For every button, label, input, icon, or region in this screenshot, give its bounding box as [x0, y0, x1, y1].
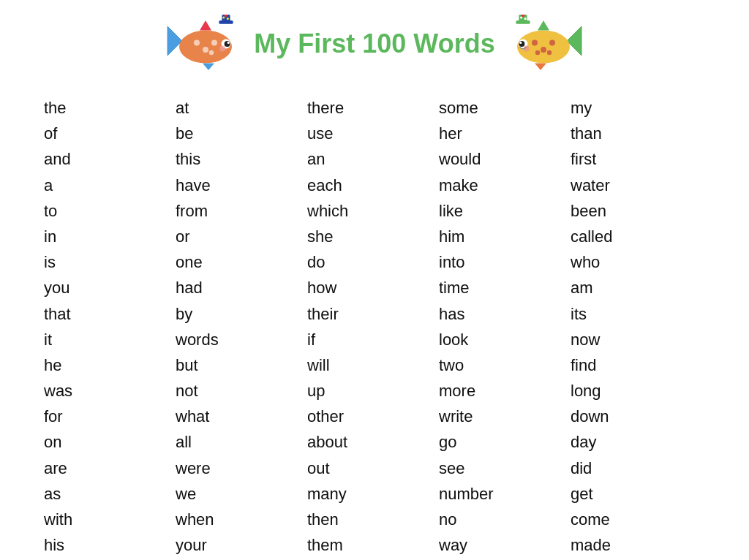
word-item: his — [44, 532, 176, 558]
word-item: all — [176, 429, 307, 455]
word-item: more — [439, 378, 571, 404]
word-item: long — [571, 378, 702, 404]
svg-marker-6 — [200, 20, 211, 31]
page-header: My First 100 Words — [29, 15, 720, 73]
word-item: then — [307, 507, 439, 532]
word-item: are — [44, 455, 176, 481]
svg-point-21 — [532, 39, 538, 45]
word-item: that — [44, 301, 176, 327]
word-item: he — [44, 352, 176, 378]
word-item: there — [307, 95, 439, 121]
word-item: its — [571, 301, 702, 327]
word-item: am — [571, 275, 702, 300]
word-item: day — [571, 429, 702, 455]
word-item: who — [571, 249, 702, 275]
word-item: has — [439, 301, 571, 327]
word-item: number — [439, 481, 571, 507]
svg-point-14 — [227, 18, 229, 20]
word-item: what — [176, 404, 307, 429]
svg-point-31 — [520, 16, 522, 18]
svg-point-22 — [535, 50, 540, 55]
word-item: write — [439, 404, 571, 429]
svg-point-19 — [549, 39, 555, 45]
svg-point-3 — [203, 47, 208, 53]
word-item: first — [571, 146, 702, 172]
word-item: see — [439, 455, 571, 481]
word-column-3: thereuseaneachwhichshedohowtheirifwillup… — [307, 95, 439, 560]
word-item: did — [571, 455, 702, 481]
word-item: other — [307, 404, 439, 429]
word-item: you — [44, 275, 176, 300]
word-column-1: theofandatoinisyouthatithewasforonareasw… — [44, 95, 176, 560]
word-item: when — [176, 507, 307, 532]
word-item: use — [307, 121, 439, 146]
svg-marker-15 — [203, 63, 214, 70]
word-item: for — [44, 404, 176, 429]
word-item: at — [176, 95, 307, 121]
word-item: the — [44, 95, 176, 121]
word-item: get — [571, 481, 702, 507]
word-item: called — [571, 224, 702, 249]
word-item: her — [439, 121, 571, 146]
word-item: was — [44, 378, 176, 404]
fish-right-decoration — [510, 15, 583, 73]
svg-point-4 — [211, 39, 217, 45]
word-item: time — [439, 275, 571, 300]
word-item: into — [439, 249, 571, 275]
svg-point-13 — [222, 16, 225, 18]
word-item: look — [439, 327, 571, 352]
word-item: words — [176, 327, 307, 352]
word-item: up — [307, 378, 439, 404]
word-column-5: mythanfirstwaterbeencalledwhoamitsnowfin… — [571, 95, 702, 560]
word-item: made — [571, 532, 702, 558]
word-item: which — [307, 198, 439, 224]
word-item: were — [176, 455, 307, 481]
svg-point-5 — [209, 50, 214, 55]
word-column-4: someherwouldmakelikehimintotimehaslooktw… — [439, 95, 571, 560]
svg-point-2 — [194, 39, 200, 45]
word-item: with — [44, 507, 176, 532]
word-item: way — [439, 532, 571, 558]
word-item: make — [439, 173, 571, 198]
word-item: go — [439, 429, 571, 455]
word-item: as — [44, 481, 176, 507]
svg-point-26 — [519, 41, 524, 47]
word-item: like — [439, 198, 571, 224]
svg-point-9 — [227, 42, 230, 44]
word-item: now — [571, 327, 702, 352]
svg-marker-17 — [567, 26, 581, 56]
word-item: been — [571, 198, 702, 224]
word-item: how — [307, 275, 439, 300]
word-item: on — [44, 429, 176, 455]
word-item: would — [439, 146, 571, 172]
svg-point-16 — [219, 45, 225, 51]
word-item: and — [44, 146, 176, 172]
word-item: if — [307, 327, 439, 352]
word-item: had — [176, 275, 307, 300]
word-item: is — [44, 249, 176, 275]
word-item: we — [176, 481, 307, 507]
word-item: to — [44, 198, 176, 224]
word-item: in — [44, 224, 176, 249]
svg-point-27 — [519, 42, 522, 44]
word-item: your — [176, 532, 307, 558]
word-item: many — [307, 481, 439, 507]
svg-marker-33 — [535, 63, 546, 70]
word-item: out — [307, 455, 439, 481]
word-item: find — [571, 352, 702, 378]
word-item: no — [439, 507, 571, 532]
page-title: My First 100 Words — [254, 29, 494, 59]
words-grid: theofandatoinisyouthatithewasforonareasw… — [29, 95, 720, 560]
svg-point-8 — [225, 41, 230, 47]
svg-marker-24 — [538, 20, 549, 31]
word-item: she — [307, 224, 439, 249]
word-item: by — [176, 301, 307, 327]
svg-point-23 — [547, 50, 552, 55]
word-column-2: atbethishavefromoronehadbywordsbutnotwha… — [176, 95, 307, 560]
word-item: than — [571, 121, 702, 146]
word-item: a — [44, 173, 176, 198]
word-item: will — [307, 352, 439, 378]
word-item: water — [571, 173, 702, 198]
word-item: about — [307, 429, 439, 455]
word-item: two — [439, 352, 571, 378]
